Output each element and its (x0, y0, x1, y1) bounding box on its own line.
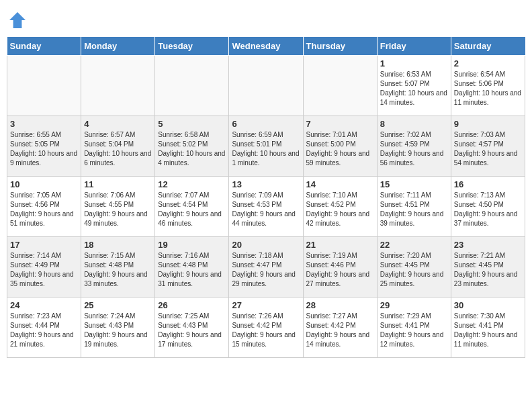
day-info: Sunrise: 7:09 AM Sunset: 4:53 PM Dayligh… (232, 191, 300, 228)
day-number: 27 (232, 300, 300, 310)
calendar-cell: 20Sunrise: 7:18 AM Sunset: 4:47 PM Dayli… (229, 237, 303, 298)
day-number: 28 (306, 300, 374, 310)
day-info: Sunrise: 7:21 AM Sunset: 4:45 PM Dayligh… (454, 251, 522, 289)
day-number: 22 (380, 240, 448, 250)
calendar-cell: 7Sunrise: 7:01 AM Sunset: 5:00 PM Daylig… (303, 116, 377, 177)
calendar-cell: 12Sunrise: 7:07 AM Sunset: 4:54 PM Dayli… (155, 177, 229, 237)
day-number: 5 (158, 119, 226, 129)
day-info: Sunrise: 7:16 AM Sunset: 4:48 PM Dayligh… (158, 251, 226, 289)
day-number: 7 (306, 119, 374, 129)
calendar-cell: 11Sunrise: 7:06 AM Sunset: 4:55 PM Dayli… (81, 177, 155, 237)
day-number: 24 (10, 300, 78, 310)
day-info: Sunrise: 7:07 AM Sunset: 4:54 PM Dayligh… (158, 191, 226, 228)
day-info: Sunrise: 7:05 AM Sunset: 4:56 PM Dayligh… (10, 191, 78, 228)
page-header (7, 7, 525, 31)
day-number: 3 (10, 119, 78, 129)
calendar-cell: 1Sunrise: 6:53 AM Sunset: 5:07 PM Daylig… (377, 56, 451, 116)
day-info: Sunrise: 7:20 AM Sunset: 4:45 PM Dayligh… (380, 251, 448, 289)
week-row-1: 1Sunrise: 6:53 AM Sunset: 5:07 PM Daylig… (7, 56, 525, 116)
day-info: Sunrise: 7:13 AM Sunset: 4:50 PM Dayligh… (454, 191, 522, 228)
calendar-cell: 24Sunrise: 7:23 AM Sunset: 4:44 PM Dayli… (7, 298, 81, 358)
calendar-cell (303, 56, 377, 116)
weekday-header-sunday: Sunday (7, 37, 81, 56)
day-number: 20 (232, 240, 300, 250)
week-row-3: 10Sunrise: 7:05 AM Sunset: 4:56 PM Dayli… (7, 177, 525, 237)
day-info: Sunrise: 7:25 AM Sunset: 4:43 PM Dayligh… (158, 312, 226, 349)
day-info: Sunrise: 6:53 AM Sunset: 5:07 PM Dayligh… (380, 70, 448, 107)
day-number: 9 (454, 119, 522, 129)
calendar-cell: 21Sunrise: 7:19 AM Sunset: 4:46 PM Dayli… (303, 237, 377, 298)
calendar-cell: 22Sunrise: 7:20 AM Sunset: 4:45 PM Dayli… (377, 237, 451, 298)
day-info: Sunrise: 6:54 AM Sunset: 5:06 PM Dayligh… (454, 70, 522, 107)
day-info: Sunrise: 7:01 AM Sunset: 5:00 PM Dayligh… (306, 130, 374, 168)
day-info: Sunrise: 6:58 AM Sunset: 5:02 PM Dayligh… (158, 130, 226, 168)
day-info: Sunrise: 7:10 AM Sunset: 4:52 PM Dayligh… (306, 191, 374, 228)
day-number: 4 (84, 119, 152, 129)
day-number: 30 (454, 300, 522, 310)
day-number: 21 (306, 240, 374, 250)
week-row-2: 3Sunrise: 6:55 AM Sunset: 5:05 PM Daylig… (7, 116, 525, 177)
day-info: Sunrise: 6:57 AM Sunset: 5:04 PM Dayligh… (84, 130, 152, 168)
day-number: 17 (10, 240, 78, 250)
day-number: 15 (380, 179, 448, 189)
calendar-cell: 3Sunrise: 6:55 AM Sunset: 5:05 PM Daylig… (7, 116, 81, 177)
calendar-cell: 10Sunrise: 7:05 AM Sunset: 4:56 PM Dayli… (7, 177, 81, 237)
calendar-cell: 17Sunrise: 7:14 AM Sunset: 4:49 PM Dayli… (7, 237, 81, 298)
calendar-cell: 27Sunrise: 7:26 AM Sunset: 4:42 PM Dayli… (229, 298, 303, 358)
week-row-5: 24Sunrise: 7:23 AM Sunset: 4:44 PM Dayli… (7, 298, 525, 358)
calendar-table: SundayMondayTuesdayWednesdayThursdayFrid… (7, 36, 525, 358)
day-info: Sunrise: 7:18 AM Sunset: 4:47 PM Dayligh… (232, 251, 300, 289)
calendar-cell (7, 56, 81, 116)
calendar-cell: 6Sunrise: 6:59 AM Sunset: 5:01 PM Daylig… (229, 116, 303, 177)
calendar-cell: 23Sunrise: 7:21 AM Sunset: 4:45 PM Dayli… (451, 237, 525, 298)
day-info: Sunrise: 7:11 AM Sunset: 4:51 PM Dayligh… (380, 191, 448, 228)
calendar-cell: 28Sunrise: 7:27 AM Sunset: 4:42 PM Dayli… (303, 298, 377, 358)
day-number: 18 (84, 240, 152, 250)
day-number: 1 (380, 58, 448, 68)
calendar-cell: 26Sunrise: 7:25 AM Sunset: 4:43 PM Dayli… (155, 298, 229, 358)
day-number: 6 (232, 119, 300, 129)
calendar-cell: 15Sunrise: 7:11 AM Sunset: 4:51 PM Dayli… (377, 177, 451, 237)
calendar-header-row: SundayMondayTuesdayWednesdayThursdayFrid… (7, 37, 525, 56)
calendar-cell: 14Sunrise: 7:10 AM Sunset: 4:52 PM Dayli… (303, 177, 377, 237)
day-info: Sunrise: 7:15 AM Sunset: 4:48 PM Dayligh… (84, 251, 152, 289)
logo-icon (7, 9, 28, 31)
day-number: 23 (454, 240, 522, 250)
calendar-cell: 13Sunrise: 7:09 AM Sunset: 4:53 PM Dayli… (229, 177, 303, 237)
day-number: 16 (454, 179, 522, 189)
day-number: 19 (158, 240, 226, 250)
calendar-cell: 9Sunrise: 7:03 AM Sunset: 4:57 PM Daylig… (451, 116, 525, 177)
day-number: 13 (232, 179, 300, 189)
calendar-cell (81, 56, 155, 116)
day-number: 25 (84, 300, 152, 310)
weekday-header-tuesday: Tuesday (155, 37, 229, 56)
day-number: 10 (10, 179, 78, 189)
day-info: Sunrise: 7:30 AM Sunset: 4:41 PM Dayligh… (454, 312, 522, 349)
weekday-header-thursday: Thursday (303, 37, 377, 56)
weekday-header-saturday: Saturday (451, 37, 525, 56)
day-number: 29 (380, 300, 448, 310)
day-info: Sunrise: 7:23 AM Sunset: 4:44 PM Dayligh… (10, 312, 78, 349)
day-info: Sunrise: 7:14 AM Sunset: 4:49 PM Dayligh… (10, 251, 78, 289)
day-info: Sunrise: 7:29 AM Sunset: 4:41 PM Dayligh… (380, 312, 448, 349)
day-number: 11 (84, 179, 152, 189)
calendar-cell (229, 56, 303, 116)
day-info: Sunrise: 7:03 AM Sunset: 4:57 PM Dayligh… (454, 130, 522, 168)
calendar-cell: 30Sunrise: 7:30 AM Sunset: 4:41 PM Dayli… (451, 298, 525, 358)
calendar-cell: 5Sunrise: 6:58 AM Sunset: 5:02 PM Daylig… (155, 116, 229, 177)
logo (7, 9, 31, 31)
weekday-header-friday: Friday (377, 37, 451, 56)
day-number: 26 (158, 300, 226, 310)
calendar-cell (155, 56, 229, 116)
day-number: 8 (380, 119, 448, 129)
day-number: 14 (306, 179, 374, 189)
weekday-header-monday: Monday (81, 37, 155, 56)
day-info: Sunrise: 7:26 AM Sunset: 4:42 PM Dayligh… (232, 312, 300, 349)
day-info: Sunrise: 7:06 AM Sunset: 4:55 PM Dayligh… (84, 191, 152, 228)
day-info: Sunrise: 7:19 AM Sunset: 4:46 PM Dayligh… (306, 251, 374, 289)
day-info: Sunrise: 7:02 AM Sunset: 4:59 PM Dayligh… (380, 130, 448, 168)
week-row-4: 17Sunrise: 7:14 AM Sunset: 4:49 PM Dayli… (7, 237, 525, 298)
day-info: Sunrise: 6:59 AM Sunset: 5:01 PM Dayligh… (232, 130, 300, 168)
calendar-cell: 8Sunrise: 7:02 AM Sunset: 4:59 PM Daylig… (377, 116, 451, 177)
calendar-cell: 25Sunrise: 7:24 AM Sunset: 4:43 PM Dayli… (81, 298, 155, 358)
